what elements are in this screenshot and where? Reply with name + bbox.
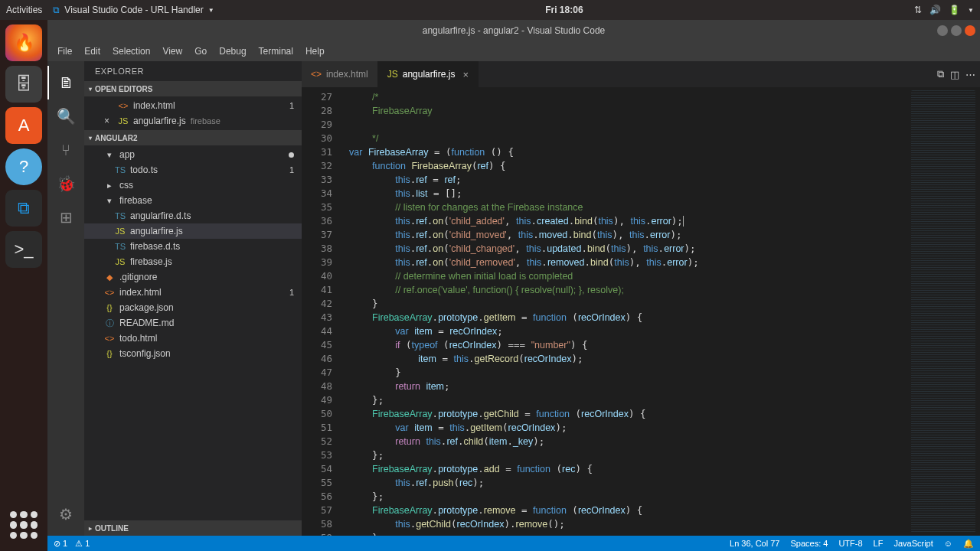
dock-vscode[interactable]: ⧉ bbox=[5, 190, 42, 227]
tree-label: todo.ts bbox=[130, 165, 158, 175]
close-icon[interactable]: × bbox=[462, 69, 469, 80]
file-item[interactable]: {}tsconfig.json bbox=[84, 346, 302, 361]
file-item[interactable]: ⓘREADME.md bbox=[84, 315, 302, 331]
section-outline[interactable]: ▸ OUTLINE bbox=[84, 520, 302, 536]
status-eol[interactable]: LF bbox=[874, 539, 884, 548]
dirty-indicator bbox=[289, 152, 294, 158]
dock-files[interactable]: 🗄 bbox=[5, 66, 42, 103]
split-editor-icon[interactable]: ◫ bbox=[950, 69, 959, 80]
tree-label: todo.html bbox=[119, 333, 157, 344]
status-cursor[interactable]: Ln 36, Col 77 bbox=[730, 539, 779, 548]
dock-firefox[interactable]: 🔥 bbox=[5, 24, 42, 61]
status-encoding[interactable]: UTF-8 bbox=[838, 539, 862, 548]
menu-edit[interactable]: Edit bbox=[79, 44, 106, 59]
dock-software[interactable]: A bbox=[5, 107, 42, 144]
file-item[interactable]: <>index.html1 bbox=[84, 285, 302, 300]
dock-terminal[interactable]: >_ bbox=[5, 231, 42, 268]
tree-label: index.html bbox=[119, 287, 162, 298]
menu-debug[interactable]: Debug bbox=[214, 44, 251, 59]
window-title: angularfire.js - angular2 - Visual Studi… bbox=[423, 25, 606, 36]
open-editor-item[interactable]: <>index.html1 bbox=[84, 98, 302, 113]
open-editor-item[interactable]: ×JSangularfire.jsfirebase bbox=[84, 113, 302, 129]
editor-tabs: <>index.htmlJSangularfire.js× ⧉ ◫ ⋯ bbox=[302, 61, 980, 87]
section-open-editors[interactable]: ▾ OPEN EDITORS bbox=[84, 81, 302, 96]
folderOpen-icon: ▾ bbox=[104, 150, 115, 160]
folder-item[interactable]: ▾app bbox=[84, 147, 302, 162]
menu-file[interactable]: File bbox=[52, 44, 77, 59]
vscode-window: angularfire.js - angular2 - Visual Studi… bbox=[47, 20, 980, 536]
section-project[interactable]: ▾ ANGULAR2 bbox=[84, 130, 302, 145]
status-bell-icon[interactable]: 🔔 bbox=[963, 539, 974, 549]
app-menu[interactable]: ⧉ Visual Studio Code - URL Handler ▼ bbox=[53, 5, 214, 15]
menu-view[interactable]: View bbox=[157, 44, 188, 59]
tree-label: .gitignore bbox=[119, 272, 157, 282]
js-icon: JS bbox=[115, 227, 126, 236]
ts-icon: TS bbox=[115, 211, 126, 220]
file-item[interactable]: JSangularfire.js bbox=[84, 223, 302, 239]
folder-item[interactable]: ▾firebase bbox=[84, 193, 302, 208]
window-maximize[interactable] bbox=[951, 25, 962, 36]
activity-explorer[interactable]: 🗎 bbox=[47, 66, 84, 99]
minimap[interactable] bbox=[906, 87, 980, 536]
activity-settings[interactable]: ⚙ bbox=[47, 497, 84, 531]
window-minimize[interactable] bbox=[937, 25, 948, 36]
file-item[interactable]: {}package.json bbox=[84, 300, 302, 315]
tab-label: angularfire.js bbox=[403, 69, 456, 80]
dock-show-apps[interactable] bbox=[5, 507, 42, 543]
close-icon[interactable]: × bbox=[104, 116, 113, 126]
editor-tab[interactable]: JSangularfire.js× bbox=[378, 61, 479, 87]
status-errors[interactable]: ⊘ 1 bbox=[54, 539, 67, 549]
folderOpen-icon: ▾ bbox=[104, 196, 115, 206]
window-close[interactable] bbox=[965, 25, 975, 36]
menu-help[interactable]: Help bbox=[300, 44, 330, 59]
file-item[interactable]: ◆.gitignore bbox=[84, 269, 302, 285]
problems-badge: 1 bbox=[289, 165, 294, 174]
status-spaces[interactable]: Spaces: 4 bbox=[790, 539, 828, 548]
file-item[interactable]: <>todo.html bbox=[84, 331, 302, 346]
js-icon: JS bbox=[115, 257, 126, 266]
volume-icon[interactable]: 🔊 bbox=[929, 5, 941, 15]
dock-help[interactable]: ? bbox=[5, 148, 42, 185]
battery-icon[interactable]: 🔋 bbox=[949, 5, 960, 15]
ts-icon: TS bbox=[115, 242, 126, 251]
ubuntu-top-bar: Activities ⧉ Visual Studio Code - URL Ha… bbox=[0, 0, 980, 20]
file-item[interactable]: JSfirebase.js bbox=[84, 254, 302, 269]
compare-changes-icon[interactable]: ⧉ bbox=[937, 68, 944, 80]
info-icon: ⓘ bbox=[104, 318, 115, 329]
activity-debug[interactable]: 🐞 bbox=[47, 167, 84, 201]
file-item[interactable]: TStodo.ts1 bbox=[84, 162, 302, 178]
more-actions-icon[interactable]: ⋯ bbox=[965, 69, 975, 80]
section-outline-label: OUTLINE bbox=[95, 524, 129, 533]
editor-area: <>index.htmlJSangularfire.js× ⧉ ◫ ⋯ 2728… bbox=[302, 61, 980, 536]
js-icon: JS bbox=[387, 69, 398, 80]
html-icon: <> bbox=[104, 288, 115, 297]
menubar: FileEditSelectionViewGoDebugTerminalHelp bbox=[47, 41, 980, 61]
activity-search[interactable]: 🔍 bbox=[47, 99, 84, 133]
editor-tab[interactable]: <>index.html bbox=[302, 61, 378, 87]
activity-extensions[interactable]: ⊞ bbox=[47, 201, 84, 234]
menu-selection[interactable]: Selection bbox=[107, 44, 155, 59]
ts-icon: TS bbox=[115, 165, 126, 174]
file-item[interactable]: TSfirebase.d.ts bbox=[84, 239, 302, 254]
network-icon[interactable]: ⇅ bbox=[914, 5, 922, 15]
folder-item[interactable]: ▸css bbox=[84, 178, 302, 193]
system-menu-chevron-icon[interactable]: ▼ bbox=[968, 7, 974, 14]
status-bar: ⊘ 1 ⚠ 1 Ln 36, Col 77 Spaces: 4 UTF-8 LF… bbox=[47, 536, 980, 551]
js-icon: JS bbox=[118, 116, 129, 126]
clock[interactable]: Fri 18:06 bbox=[214, 5, 914, 15]
code-editor[interactable]: /* FirebaseArray */ var FirebaseArray = … bbox=[341, 87, 906, 536]
tab-label: index.html bbox=[326, 69, 368, 80]
tree-label: angularfire.js bbox=[130, 226, 183, 236]
file-label: index.html bbox=[133, 100, 175, 111]
menu-terminal[interactable]: Terminal bbox=[253, 44, 299, 59]
status-language[interactable]: JavaScript bbox=[893, 539, 933, 548]
tree-label: firebase.js bbox=[130, 256, 172, 267]
file-item[interactable]: TSangularfire.d.ts bbox=[84, 208, 302, 223]
menu-go[interactable]: Go bbox=[189, 44, 212, 59]
section-project-label: ANGULAR2 bbox=[95, 134, 138, 142]
status-feedback-icon[interactable]: ☺ bbox=[944, 539, 952, 548]
problems-badge: 1 bbox=[289, 101, 294, 110]
activity-scm[interactable]: ⑂ bbox=[47, 133, 84, 167]
activities-button[interactable]: Activities bbox=[6, 5, 42, 15]
status-warnings[interactable]: ⚠ 1 bbox=[75, 539, 90, 549]
